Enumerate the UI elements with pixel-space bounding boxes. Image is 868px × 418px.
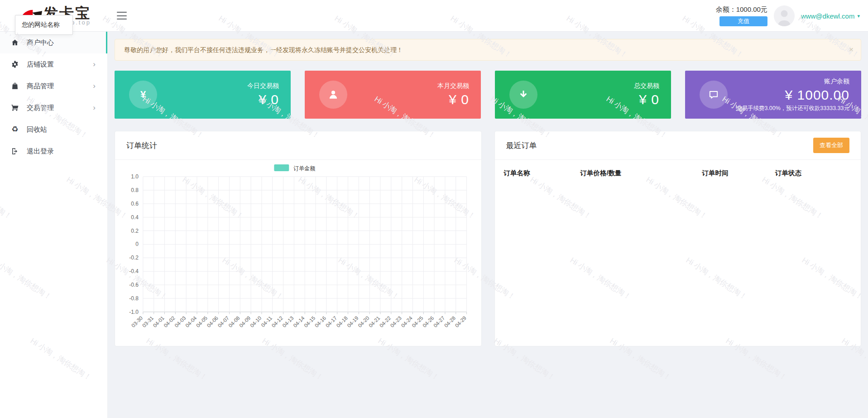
svg-text:04-06: 04-06: [206, 315, 219, 328]
order-stats-panel-header: 订单统计: [115, 131, 481, 160]
svg-text:04-24: 04-24: [400, 315, 414, 328]
chevron-right-icon: ›: [93, 82, 96, 91]
svg-text:-0.4: -0.4: [129, 268, 139, 274]
recent-orders-panel-header: 最近订单 查看全部: [495, 131, 861, 160]
sidebar-item-3[interactable]: 交易管理›: [0, 97, 107, 119]
svg-text:-0.8: -0.8: [129, 295, 139, 302]
notice-text: 尊敬的用户您好，我们平台不接任何违法违规业务，一经发现将永久冻结账号并提交公安机…: [124, 46, 403, 53]
svg-text:04-01: 04-01: [152, 315, 165, 328]
svg-text:04-09: 04-09: [238, 315, 251, 328]
close-icon[interactable]: ×: [849, 39, 854, 60]
cart-icon: [11, 104, 19, 112]
svg-text:订单金额: 订单金额: [293, 165, 315, 172]
header-account-area: 余额：1000.00元 充值 www@dkewl.com ▾: [716, 0, 860, 32]
svg-text:04-22: 04-22: [379, 315, 392, 328]
avatar-placeholder-icon: [774, 5, 795, 26]
svg-text:0: 0: [135, 241, 139, 247]
account-email: www@dkewl.com: [801, 12, 855, 20]
svg-text:04-17: 04-17: [325, 315, 338, 328]
stat-card-value: ¥ 0: [259, 92, 279, 107]
order-stats-chart: 1.00.80.60.40.20-0.2-0.4-0.6-0.8-1.003-3…: [115, 160, 481, 346]
gear-icon: [11, 60, 19, 68]
svg-text:-1.0: -1.0: [129, 309, 139, 315]
svg-text:04-28: 04-28: [443, 315, 456, 328]
sidebar-item-5[interactable]: 退出登录: [0, 140, 107, 162]
svg-text:04-10: 04-10: [249, 315, 262, 328]
svg-text:04-15: 04-15: [303, 315, 316, 328]
logout-icon: [11, 147, 19, 155]
site-name-tooltip: 您的网站名称: [15, 15, 73, 35]
stat-card-label: 总交易额: [634, 82, 659, 90]
account-dropdown[interactable]: www@dkewl.com ▾: [801, 12, 860, 20]
sidebar-item-4[interactable]: ♻回收站: [0, 119, 107, 140]
svg-text:04-23: 04-23: [389, 315, 403, 328]
main-content: 尊敬的用户您好，我们平台不接任何违法违规业务，一经发现将永久冻结账号并提交公安机…: [108, 32, 868, 418]
svg-text:04-16: 04-16: [314, 315, 327, 328]
svg-text:1.0: 1.0: [131, 173, 139, 180]
bag-icon: [11, 82, 19, 90]
sidebar-item-label: 退出登录: [27, 147, 54, 156]
svg-text:04-29: 04-29: [454, 315, 467, 328]
svg-text:04-05: 04-05: [195, 315, 208, 328]
svg-text:0.8: 0.8: [131, 187, 139, 193]
svg-text:0.6: 0.6: [131, 201, 139, 207]
stat-cards-row: ¥今日交易额¥ 0本月交易额¥ 0总交易额¥ 0账户余额¥ 1000.00交易手…: [115, 71, 861, 119]
svg-text:04-04: 04-04: [184, 315, 198, 328]
svg-text:04-27: 04-27: [432, 315, 446, 328]
svg-text:04-13: 04-13: [282, 315, 295, 328]
stat-card-value: ¥ 0: [639, 92, 659, 107]
notice-banner: 尊敬的用户您好，我们平台不接任何违法违规业务，一经发现将永久冻结账号并提交公安机…: [115, 39, 861, 61]
sidebar-item-0[interactable]: 商户中心: [0, 32, 107, 53]
sidebar-item-label: 商品管理: [27, 82, 54, 91]
balance-box: 余额：1000.00元 充值: [716, 5, 767, 26]
brand-domain: o.top: [71, 19, 91, 26]
avatar[interactable]: [774, 5, 795, 26]
svg-text:04-07: 04-07: [217, 315, 230, 328]
stat-card-balance: 账户余额¥ 1000.00交易手续费3.00%，预计还可收款33333.33元: [685, 71, 861, 119]
recharge-button[interactable]: 充值: [719, 16, 767, 26]
arrow-down-icon: [518, 89, 529, 101]
svg-text:0.2: 0.2: [131, 228, 139, 234]
chevron-down-icon: ▾: [857, 13, 860, 19]
orders-column-header: 订单价格/数量: [580, 169, 702, 178]
svg-text:-0.6: -0.6: [129, 282, 139, 288]
stat-card-total: 总交易额¥ 0: [495, 71, 671, 119]
sidebar-item-label: 店铺设置: [27, 60, 54, 69]
balance-text: 余额：1000.00元: [716, 5, 767, 14]
orders-column-header: 订单名称: [504, 169, 580, 178]
panels-row: 订单统计 1.00.80.60.40.20-0.2-0.4-0.6-0.8-1.…: [115, 131, 861, 346]
svg-text:-0.2: -0.2: [129, 255, 139, 261]
stat-card-value: ¥ 0: [449, 92, 469, 107]
menu-toggle-icon[interactable]: [117, 12, 127, 19]
svg-text:04-02: 04-02: [163, 315, 176, 328]
recent-orders-panel: 最近订单 查看全部 订单名称订单价格/数量订单时间订单状态: [494, 131, 862, 346]
stat-card-icon-circle: [509, 81, 537, 109]
svg-text:03-31: 03-31: [141, 315, 154, 328]
recent-orders-title: 最近订单: [506, 140, 537, 151]
sidebar-item-1[interactable]: 店铺设置›: [0, 53, 107, 75]
stat-card-month: 本月交易额¥ 0: [305, 71, 481, 119]
svg-text:04-19: 04-19: [346, 315, 360, 328]
recycle-icon: ♻: [11, 125, 18, 134]
orders-table-header: 订单名称订单价格/数量订单时间订单状态: [495, 160, 861, 178]
sidebar-item-label: 商户中心: [27, 38, 54, 47]
yen-icon: ¥: [140, 89, 146, 101]
order-stats-panel: 订单统计 1.00.80.60.40.20-0.2-0.4-0.6-0.8-1.…: [115, 131, 482, 346]
orders-column-header: 订单时间: [702, 169, 775, 178]
svg-text:03-30: 03-30: [130, 315, 144, 328]
orders-column-header: 订单状态: [775, 169, 852, 178]
stat-card-icon-circle: ¥: [129, 81, 157, 109]
view-all-button[interactable]: 查看全部: [813, 138, 849, 153]
chevron-right-icon: ›: [93, 103, 96, 112]
user-icon: [327, 89, 339, 101]
svg-text:04-21: 04-21: [368, 315, 381, 328]
stat-card-label: 本月交易额: [437, 82, 469, 90]
svg-text:0.4: 0.4: [131, 214, 139, 221]
sidebar-item-2[interactable]: 商品管理›: [0, 75, 107, 97]
svg-text:04-11: 04-11: [260, 315, 273, 328]
svg-text:04-03: 04-03: [173, 315, 187, 328]
stat-card-icon-circle: [319, 81, 347, 109]
order-stats-title: 订单统计: [126, 140, 157, 151]
stat-card-label: 今日交易额: [247, 82, 279, 90]
sidebar-nav: 商户中心店铺设置›商品管理›交易管理›♻回收站退出登录: [0, 32, 108, 418]
